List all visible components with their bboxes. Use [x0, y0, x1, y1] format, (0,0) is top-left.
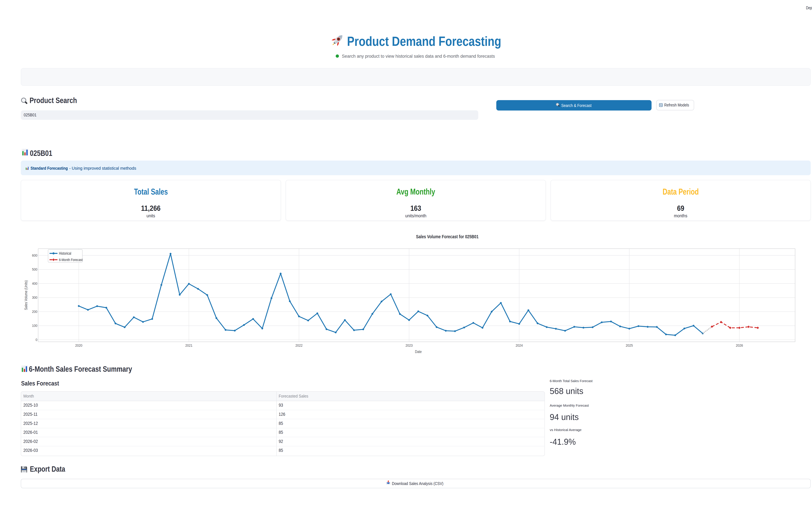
svg-text:100: 100 — [32, 324, 37, 327]
svg-text:Sales Volume (Units): Sales Volume (Units) — [24, 280, 28, 310]
svg-text:400: 400 — [32, 281, 37, 285]
svg-text:600: 600 — [32, 253, 37, 257]
svg-text:2023: 2023 — [406, 344, 413, 347]
svg-text:2026: 2026 — [736, 344, 743, 347]
svg-text:300: 300 — [32, 295, 37, 299]
svg-text:2025: 2025 — [626, 344, 633, 347]
svg-text:2022: 2022 — [295, 344, 303, 347]
svg-text:2020: 2020 — [75, 344, 82, 347]
svg-text:0: 0 — [35, 338, 37, 341]
svg-text:Historical: Historical — [59, 251, 71, 255]
svg-text:Sales Volume Forecast for 025B: Sales Volume Forecast for 025B01 — [416, 234, 478, 239]
svg-text:6-Month Forecast: 6-Month Forecast — [59, 257, 83, 262]
svg-text:2024: 2024 — [516, 344, 523, 347]
svg-text:Date: Date — [415, 350, 422, 354]
svg-text:2021: 2021 — [185, 344, 192, 347]
svg-text:500: 500 — [32, 267, 37, 271]
svg-text:200: 200 — [32, 310, 37, 313]
